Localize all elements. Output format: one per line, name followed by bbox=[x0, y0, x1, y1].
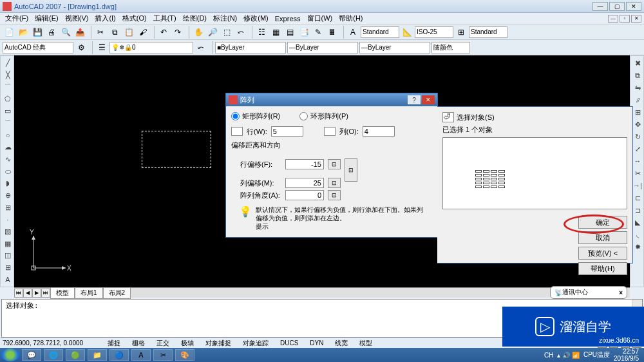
taskbar-app-paint[interactable]: 🎨 bbox=[175, 349, 194, 361]
menu-view[interactable]: 视图(V) bbox=[62, 13, 91, 24]
row-offset-input[interactable] bbox=[285, 159, 324, 169]
line-icon[interactable]: ╱ bbox=[2, 57, 14, 69]
stretch-icon[interactable]: ↔ bbox=[632, 155, 643, 167]
close-button[interactable]: ✕ bbox=[626, 2, 641, 11]
row-offset-pick-button[interactable]: ⊡ bbox=[328, 159, 341, 169]
ime-indicator[interactable]: CH bbox=[544, 352, 553, 359]
otrack-toggle[interactable]: 对象追踪 bbox=[240, 338, 272, 348]
tablestyle-icon[interactable]: ⊞ bbox=[455, 26, 468, 39]
gradient-icon[interactable]: ▦ bbox=[2, 238, 14, 249]
tab-layout1[interactable]: 布局1 bbox=[75, 287, 103, 299]
hatch-icon[interactable]: ▨ bbox=[2, 226, 14, 238]
zoom-icon[interactable]: 🔎 bbox=[206, 26, 219, 39]
circle-icon[interactable]: ○ bbox=[2, 129, 14, 141]
fillet-icon[interactable]: ◟ bbox=[632, 229, 643, 240]
menu-window[interactable]: 窗口(W) bbox=[305, 13, 336, 24]
taskbar-app-browser[interactable]: 🟢 bbox=[66, 349, 85, 361]
mirror-icon[interactable]: ⇋ bbox=[632, 82, 643, 93]
doc-close[interactable]: ✕ bbox=[631, 15, 641, 23]
explode-icon[interactable]: ✸ bbox=[632, 241, 643, 252]
toolpalettes-icon[interactable]: ▤ bbox=[283, 26, 296, 39]
textstyle-icon[interactable]: A bbox=[346, 26, 359, 39]
model-toggle[interactable]: 模型 bbox=[356, 338, 375, 348]
help-button[interactable]: 帮助(H) bbox=[578, 262, 627, 275]
workspace-settings-icon[interactable]: ⚙ bbox=[75, 41, 88, 54]
coords-display[interactable]: 792.6900, 728.7212, 0.0000 bbox=[3, 339, 99, 347]
minimize-button[interactable]: — bbox=[592, 2, 608, 11]
tab-first-button[interactable]: ⏮ bbox=[14, 289, 23, 298]
erase-icon[interactable]: ✖ bbox=[632, 57, 643, 69]
mtext-icon[interactable]: A bbox=[2, 274, 14, 285]
insert-block-icon[interactable]: ⊕ bbox=[2, 190, 14, 202]
col-offset-pick-button[interactable]: ⊡ bbox=[328, 178, 341, 188]
properties-icon[interactable]: ☷ bbox=[255, 26, 268, 39]
taskbar-app-chrome[interactable]: 🌐 bbox=[44, 349, 63, 361]
angle-pick-button[interactable]: ⊡ bbox=[328, 190, 341, 200]
region-icon[interactable]: ◫ bbox=[2, 250, 14, 262]
break-icon[interactable]: ⊏ bbox=[632, 192, 643, 204]
save-icon[interactable]: 💾 bbox=[31, 26, 44, 39]
tab-model[interactable]: 模型 bbox=[50, 287, 75, 299]
dialog-titlebar[interactable]: 阵列 ? ✕ bbox=[226, 93, 437, 106]
polar-array-radio[interactable]: 环形阵列(P) bbox=[299, 111, 348, 121]
linetype-dropdown[interactable]: — ByLayer bbox=[287, 42, 358, 53]
maximize-button[interactable]: ▢ bbox=[609, 2, 625, 11]
dialog-close-button[interactable]: ✕ bbox=[422, 95, 435, 104]
taskbar-app-autocad[interactable]: A bbox=[131, 349, 151, 361]
dialog-help-button[interactable]: ? bbox=[408, 95, 421, 104]
dimstyle-icon[interactable]: 📐 bbox=[401, 26, 413, 39]
polar-toggle[interactable]: 极轴 bbox=[178, 338, 197, 348]
rect-array-radio[interactable]: 矩形阵列(R) bbox=[231, 111, 280, 121]
polygon-icon[interactable]: ⬠ bbox=[2, 93, 14, 105]
matchprop-icon[interactable]: 🖌 bbox=[137, 26, 149, 39]
tab-layout2[interactable]: 布局2 bbox=[103, 287, 131, 299]
join-icon[interactable]: ⊐ bbox=[632, 204, 643, 216]
point-icon[interactable]: · bbox=[2, 214, 14, 225]
dimstyle-dropdown[interactable]: ISO-25 bbox=[415, 26, 453, 38]
ortho-toggle[interactable]: 正交 bbox=[153, 338, 173, 348]
markup-icon[interactable]: ✎ bbox=[312, 26, 325, 39]
offset-icon[interactable]: ⫽ bbox=[632, 94, 643, 106]
tab-prev-button[interactable]: ◀ bbox=[23, 289, 32, 298]
menu-draw[interactable]: 绘图(D) bbox=[180, 13, 209, 24]
xline-icon[interactable]: ╳ bbox=[2, 70, 14, 81]
zoom-prev-icon[interactable]: ⤺ bbox=[234, 26, 247, 39]
arc-icon[interactable]: ⌒ bbox=[2, 117, 14, 129]
undo-icon[interactable]: ↶ bbox=[157, 26, 170, 39]
doc-restore[interactable]: ▫ bbox=[620, 15, 630, 23]
copy-obj-icon[interactable]: ⧉ bbox=[632, 70, 643, 81]
trim-icon[interactable]: ✂ bbox=[632, 167, 643, 179]
array-icon[interactable]: ⊞ bbox=[632, 106, 643, 118]
menu-tools[interactable]: 工具(T) bbox=[151, 13, 179, 24]
pan-icon[interactable]: ✋ bbox=[192, 26, 205, 39]
chamfer-icon[interactable]: ◣ bbox=[632, 216, 643, 228]
taskbar-app-baidu[interactable]: 🔵 bbox=[109, 349, 129, 361]
both-offset-pick-button[interactable]: ⊡ bbox=[345, 158, 357, 182]
menu-dimension[interactable]: 标注(N) bbox=[211, 13, 240, 24]
extend-icon[interactable]: →| bbox=[632, 180, 643, 191]
taskbar-app-explorer[interactable]: 📁 bbox=[88, 349, 107, 361]
table-icon[interactable]: ⊞ bbox=[2, 262, 14, 274]
grid-toggle[interactable]: 栅格 bbox=[129, 338, 148, 348]
lwt-toggle[interactable]: 线宽 bbox=[332, 338, 351, 348]
open-icon[interactable]: 📂 bbox=[17, 26, 30, 39]
start-button[interactable] bbox=[1, 348, 19, 361]
comm-close-button[interactable]: × bbox=[619, 289, 623, 296]
new-icon[interactable]: 📄 bbox=[3, 26, 15, 39]
plotstyle-dropdown[interactable]: 随颜色 bbox=[431, 42, 470, 53]
snap-toggle[interactable]: 捕捉 bbox=[104, 338, 124, 348]
tablestyle-dropdown[interactable]: Standard bbox=[469, 26, 507, 38]
make-block-icon[interactable]: ⊞ bbox=[2, 202, 14, 213]
cut-icon[interactable]: ✂ bbox=[94, 26, 107, 39]
designcenter-icon[interactable]: ▦ bbox=[269, 26, 282, 39]
communication-center-bubble[interactable]: 📡 通讯中心 × bbox=[550, 286, 627, 299]
tray-icons[interactable]: ▴ 🔊 📶 bbox=[557, 352, 580, 359]
redo-icon[interactable]: ↷ bbox=[171, 26, 184, 39]
lineweight-dropdown[interactable]: — ByLayer bbox=[359, 42, 430, 53]
select-objects-pick-button[interactable]: ⮰ bbox=[442, 112, 454, 122]
polyline-icon[interactable]: ⌒ bbox=[2, 81, 14, 93]
rows-input[interactable] bbox=[271, 126, 303, 137]
menu-file[interactable]: 文件(F) bbox=[3, 13, 31, 24]
copy-icon[interactable]: ⧉ bbox=[108, 26, 121, 39]
ellipse-arc-icon[interactable]: ◗ bbox=[2, 178, 14, 189]
